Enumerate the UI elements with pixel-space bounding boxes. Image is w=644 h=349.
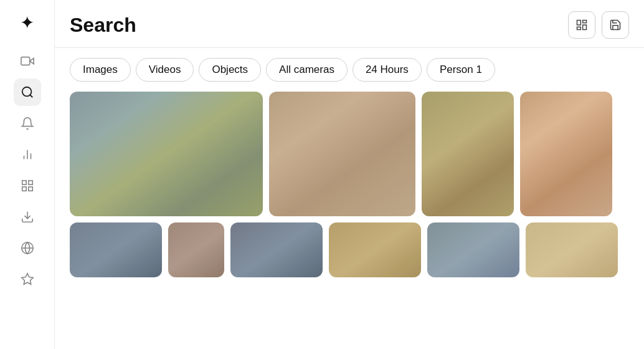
sidebar-item-bell[interactable] [14, 110, 41, 137]
sidebar-item-grid[interactable] [14, 172, 41, 199]
sidebar-item-download[interactable] [14, 203, 41, 231]
main-content: Search Images Videos Objects All cameras… [55, 0, 644, 349]
page-header: Search [55, 0, 644, 48]
grid-item-1[interactable] [70, 92, 263, 216]
sidebar-item-search[interactable] [14, 79, 41, 106]
grid-row-small [70, 222, 629, 277]
layout-button[interactable] [568, 11, 595, 39]
svg-line-2 [30, 95, 32, 97]
sidebar: ✦ [0, 0, 55, 349]
grid-item-7[interactable] [230, 222, 323, 277]
svg-point-1 [22, 87, 31, 97]
sidebar-item-camera[interactable] [14, 47, 41, 75]
svg-rect-6 [22, 181, 26, 184]
svg-rect-8 [22, 187, 26, 191]
grid-item-6[interactable] [168, 222, 224, 277]
layout-icon [575, 19, 588, 31]
page-title: Search [70, 14, 136, 37]
svg-rect-16 [583, 25, 587, 30]
sidebar-item-globe[interactable] [14, 234, 41, 262]
filter-chip-24-hours[interactable]: 24 Hours [353, 58, 422, 82]
image-grid [55, 92, 644, 349]
svg-rect-0 [21, 57, 29, 65]
save-button[interactable] [602, 11, 629, 39]
svg-rect-7 [28, 181, 32, 184]
grid-item-5[interactable] [70, 222, 162, 277]
save-icon [609, 19, 622, 31]
svg-rect-14 [577, 21, 581, 26]
grid-item-4[interactable] [520, 92, 612, 216]
filter-bar: Images Videos Objects All cameras 24 Hou… [55, 48, 644, 92]
svg-rect-9 [28, 187, 32, 191]
grid-row-large [70, 92, 629, 216]
svg-rect-17 [577, 27, 581, 29]
filter-chip-videos[interactable]: Videos [136, 58, 194, 82]
app-logo: ✦ [15, 10, 40, 35]
grid-item-3[interactable] [422, 92, 514, 216]
svg-marker-13 [21, 274, 32, 284]
grid-item-10[interactable] [526, 222, 618, 277]
filter-chip-images[interactable]: Images [70, 58, 131, 82]
grid-item-8[interactable] [329, 222, 421, 277]
sidebar-item-star[interactable] [14, 265, 41, 293]
header-actions [568, 11, 629, 39]
svg-rect-15 [583, 21, 587, 23]
filter-chip-all-cameras[interactable]: All cameras [266, 58, 348, 82]
grid-item-2[interactable] [269, 92, 415, 216]
filter-chip-objects[interactable]: Objects [199, 58, 261, 82]
sidebar-item-chart[interactable] [14, 141, 41, 168]
filter-chip-person-1[interactable]: Person 1 [427, 58, 495, 82]
grid-item-9[interactable] [427, 222, 519, 277]
